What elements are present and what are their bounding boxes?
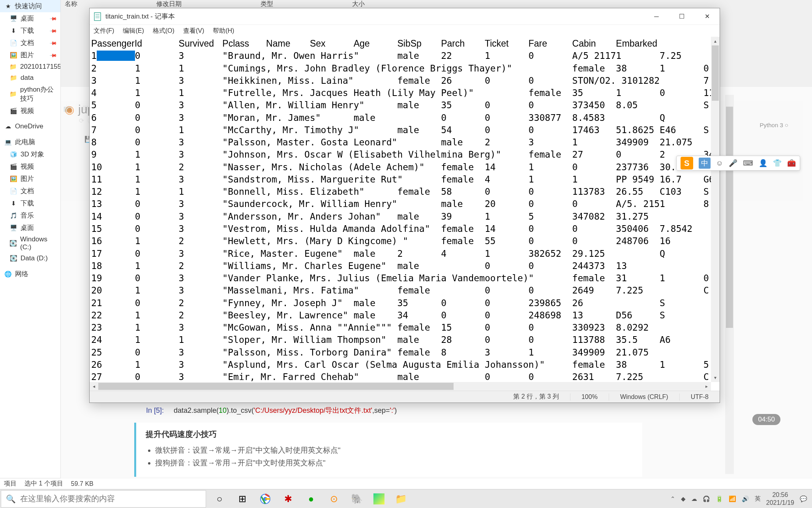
explorer-icon[interactable]: 📁 (395, 493, 407, 505)
menu-item[interactable]: 查看(V) (182, 26, 206, 36)
smiley-icon[interactable]: ☺ (716, 159, 723, 167)
item-label: 音乐 (21, 211, 34, 220)
jupyter-logo-icon: ◉ (65, 103, 74, 116)
menu-item[interactable]: 编辑(E) (121, 26, 145, 36)
onedrive[interactable]: ☁ OneDrive (0, 121, 60, 132)
network-icon: 🌐 (4, 270, 12, 278)
timestamp-badge: 04:50 (752, 414, 780, 425)
sidebar-item[interactable]: 🧊3D 对象 (0, 148, 60, 160)
app-icon-pycharm[interactable] (373, 493, 384, 504)
ime-toolbar[interactable]: S 中 ☺ 🎤 ⌨ 👤 👕 🧰 (676, 156, 800, 171)
app-icon-orange[interactable]: ⊙ (328, 493, 340, 505)
scroll-up-icon[interactable]: ▴ (711, 37, 720, 45)
cell-in-5[interactable]: In [5]: data2.sample(10).to_csv('C:/User… (146, 406, 397, 415)
date-text: 2021/1/19 (766, 499, 794, 506)
col-modified[interactable]: 修改日期 (156, 0, 182, 8)
sidebar-item[interactable]: 🖼️图片📌 (0, 49, 60, 61)
col-name[interactable]: 名称 (65, 0, 77, 8)
page-scrollbar[interactable] (725, 95, 734, 474)
menu-item[interactable]: 格式(O) (151, 26, 176, 36)
app-icon-green1[interactable]: ● (305, 493, 317, 505)
tips-title: 提升代码速度小技巧 (146, 429, 633, 440)
tray-ime-icon[interactable]: 英 (755, 495, 761, 502)
drive-icon: 🎬 (9, 163, 17, 171)
keyboard-icon[interactable]: ⌨ (743, 159, 753, 167)
sidebar-item[interactable]: 🎵音乐 (0, 209, 60, 222)
drive-icon: 🖥️ (9, 224, 17, 232)
sidebar-item[interactable]: 📁python办公技巧 (0, 83, 60, 105)
sidebar-item[interactable]: 📄文档 (0, 185, 60, 197)
mic-icon[interactable]: 🎤 (729, 159, 737, 167)
sidebar-item[interactable]: 🖥️桌面📌 (0, 12, 60, 24)
status-size: 59.7 KB (71, 480, 94, 487)
app-icon-red[interactable]: ✱ (282, 493, 294, 505)
chrome-icon[interactable] (259, 493, 272, 505)
item-label: 3D 对象 (21, 150, 44, 159)
scrollbar-thumb[interactable] (98, 383, 454, 390)
cursor-position: 第 2 行，第 3 列 (502, 393, 570, 401)
vertical-scrollbar[interactable]: ▴ ▾ (711, 37, 720, 382)
horizontal-scrollbar[interactable]: ◂ ▸ (90, 382, 711, 391)
tray-notification-icon[interactable]: 💬 (800, 495, 807, 502)
search-icon: 🔍 (1, 494, 20, 504)
star-icon: ★ (4, 2, 12, 10)
tray-chevron-icon[interactable]: ⌃ (670, 495, 675, 502)
scrollbar-thumb[interactable] (712, 45, 719, 101)
sidebar-item[interactable]: ⬇下载📌 (0, 24, 60, 37)
menu-item[interactable]: 文件(F) (92, 26, 116, 36)
sogou-logo-icon[interactable]: S (681, 157, 693, 169)
tray-battery-icon[interactable]: 🔋 (716, 495, 723, 502)
sidebar-item[interactable]: 📄文档📌 (0, 37, 60, 49)
sidebar-item[interactable]: 🎬视频 (0, 105, 60, 117)
tray-volume-icon[interactable]: 🔊 (742, 495, 749, 502)
quick-access[interactable]: ★ 快速访问 (0, 0, 60, 12)
this-pc[interactable]: 💻 此电脑 (0, 136, 60, 148)
tray-clock[interactable]: 20:56 2021/1/19 (766, 491, 794, 506)
shirt-icon[interactable]: 👕 (773, 159, 782, 167)
col-type[interactable]: 类型 (261, 0, 273, 8)
drive-icon: 💽 (9, 239, 17, 247)
col-size[interactable]: 大小 (352, 0, 365, 8)
notepad-titlebar[interactable]: titanic_train.txt - 记事本 ─ ☐ ✕ (90, 8, 720, 25)
tray-app-icon[interactable]: ◆ (681, 495, 686, 502)
notepad-menubar[interactable]: 文件(F)编辑(E)格式(O)查看(V)帮助(H) (90, 25, 720, 37)
scroll-right-icon[interactable]: ▸ (702, 382, 711, 391)
search-input[interactable] (20, 494, 206, 503)
cortana-icon[interactable]: ○ (213, 493, 226, 505)
sidebar-item[interactable]: 🎬视频 (0, 160, 60, 173)
thispc-label: 此电脑 (15, 137, 35, 147)
tips-callout: 提升代码速度小技巧 微软拼音：设置→常规→开启"中文输入时使用英文标点"搜狗拼音… (134, 423, 642, 477)
user-icon[interactable]: 👤 (759, 159, 767, 167)
taskview-icon[interactable]: ⊞ (236, 493, 249, 505)
network-label: 网络 (15, 269, 28, 278)
network[interactable]: 🌐 网络 (0, 268, 60, 280)
tray-headset-icon[interactable]: 🎧 (703, 495, 710, 502)
sidebar-item[interactable]: 🖥️桌面 (0, 222, 60, 234)
folder-icon: 📁 (9, 90, 17, 98)
notepad-textarea[interactable]: PassengerId Survived Pclass Name Sex Age… (90, 37, 711, 382)
drive-icon: 🎵 (9, 212, 17, 220)
sidebar-item[interactable]: ⬇下载 (0, 197, 60, 209)
scroll-left-icon[interactable]: ◂ (90, 382, 98, 391)
scrollbar-thumb[interactable] (726, 107, 733, 328)
ime-lang[interactable]: 中 (699, 158, 711, 169)
tray-wifi-icon[interactable]: 📶 (729, 495, 736, 502)
sidebar-item[interactable]: 💽Windows (C:) (0, 234, 60, 253)
item-label: 视频 (21, 106, 34, 115)
tray-cloud-icon[interactable]: ☁ (691, 495, 697, 502)
sidebar-item[interactable]: 📁202101171556 (0, 61, 60, 72)
explorer-sidebar: ★ 快速访问 🖥️桌面📌⬇下载📌📄文档📌🖼️图片📌📁202101171556📁d… (0, 0, 61, 478)
taskbar-search[interactable]: 🔍 (1, 490, 206, 508)
pc-icon: 💻 (4, 138, 12, 146)
menu-item[interactable]: 帮助(H) (211, 26, 236, 36)
app-icon-green2[interactable]: 🐘 (351, 493, 363, 505)
maximize-button[interactable]: ☐ (669, 8, 694, 25)
taskbar: 🔍 ○ ⊞ ✱ ● ⊙ 🐘 📁 ⌃ ◆ ☁ 🎧 🔋 📶 🔊 英 20:56 20… (0, 489, 812, 508)
minimize-button[interactable]: ─ (644, 8, 669, 25)
sidebar-item[interactable]: 📁data (0, 72, 60, 83)
sidebar-item[interactable]: 💽Data (D:) (0, 253, 60, 264)
scroll-down-icon[interactable]: ▾ (711, 373, 720, 382)
close-button[interactable]: ✕ (694, 8, 720, 25)
sidebar-item[interactable]: 🖼️图片 (0, 173, 60, 185)
toolbox-icon[interactable]: 🧰 (787, 159, 796, 167)
